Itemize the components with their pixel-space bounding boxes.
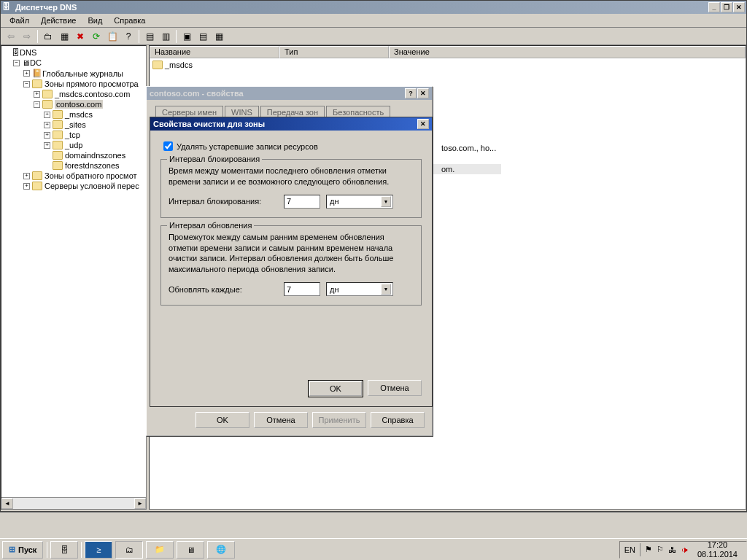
norefresh-value[interactable] [284,195,320,209]
refresh-label: Обновлять каждые: [169,285,278,294]
props-titlebar: contoso.com - свойства ? ✕ [147,87,432,100]
aging-ok-button[interactable]: OK [309,381,362,396]
refresh-desc: Промежуток между самым ранним временем о… [169,232,414,275]
tool2-icon[interactable]: ▥ [158,29,173,44]
refresh-icon[interactable]: ⟳ [89,29,104,44]
close-button[interactable]: ✕ [733,2,745,12]
chevron-down-icon: ▼ [381,196,391,207]
window-title: Диспетчер DNS [15,3,77,12]
start-button[interactable]: ⊞ Пуск [2,541,43,559]
norefresh-fieldset: Интервал блокирования Время между момент… [160,159,422,218]
back-icon[interactable]: ⇦ [4,29,18,44]
menu-file[interactable]: Файл [4,15,35,26]
start-label: Пуск [18,545,36,554]
clock[interactable]: 17:20 08.11.2014 [693,540,742,558]
task-powershell[interactable]: ≥ [85,541,112,559]
taskbar: ⊞ Пуск 🗄 ≥ 🗂 📁 🖥 🌐 EN ⚑ ⚐ 🖧 🕩 17:20 08.1… [0,538,747,560]
statusbar [0,512,747,526]
aging-titlebar: Свойства очистки для зоны ✕ [150,117,432,131]
tree-sites[interactable]: +_sites [3,120,144,130]
menu-help[interactable]: Справка [108,15,151,26]
tree-fwd-zones[interactable]: −Зоны прямого просмотра [3,79,144,89]
col-name[interactable]: Название [150,46,279,58]
horizontal-scrollbar[interactable]: ◄ ► [1,497,146,509]
tool3-icon[interactable]: ▣ [179,29,194,44]
norefresh-unit-text: дн [330,197,339,206]
maximize-button[interactable]: ❐ [721,2,732,12]
tree-forestdns[interactable]: forestdnszones [3,160,144,171]
refresh-value[interactable] [284,282,320,296]
col-value[interactable]: Значение [389,46,746,58]
delete-icon[interactable]: ✖ [73,29,88,44]
system-tray: EN ⚑ ⚐ 🖧 🕩 17:20 08.11.2014 [619,541,747,559]
menubar: Файл Действие Вид Справка [1,14,746,28]
list-icon[interactable]: ▦ [57,29,71,44]
up-icon[interactable]: 🗀 [41,29,55,44]
aging-cancel-button[interactable]: Отмена [368,380,422,396]
tree-rev-zones[interactable]: +Зоны обратного просмот [3,171,144,181]
norefresh-label: Интервал блокирования: [169,197,278,206]
menu-view[interactable]: Вид [82,15,108,26]
refresh-unit-text: дн [330,285,339,294]
tray-balloon-icon[interactable]: ⚐ [657,545,664,554]
props-apply-button[interactable]: Применить [312,412,366,428]
scavenge-label: Удалять устаревшие записи ресурсов [177,142,318,151]
task-servermanager[interactable]: 🗄 [50,541,78,559]
tray-sound-icon[interactable]: 🕩 [681,545,689,554]
chevron-down-icon: ▼ [381,284,391,295]
titlebar: 🗄 Диспетчер DNS _ ❐ ✕ [1,1,746,14]
props-close-button[interactable]: ✕ [417,88,429,98]
props-help-button[interactable]: ? [405,88,417,98]
scavenge-checkbox[interactable] [163,141,173,151]
refresh-fieldset: Интервал обновления Промежуток между сам… [160,225,422,306]
help-icon[interactable]: ? [121,29,136,44]
norefresh-desc: Время между моментами последнего обновле… [169,166,414,187]
tree-dc[interactable]: −🖥 DC [3,58,144,68]
list-item[interactable]: _msdcs [151,60,744,70]
windows-logo-icon: ⊞ [9,545,15,554]
tool1-icon[interactable]: ▤ [142,29,157,44]
refresh-unit-select[interactable]: дн ▼ [326,282,393,296]
aging-title: Свойства очистки для зоны [153,120,265,128]
task-folder[interactable]: 📁 [146,541,174,559]
tree-contoso[interactable]: −contoso.com [3,99,144,109]
aging-close-button[interactable]: ✕ [417,119,429,129]
tree-global-logs[interactable]: +📔 Глобальные журналы [3,68,144,79]
tray-flag-icon[interactable]: ⚑ [645,545,652,554]
tree-msdcs-contoso[interactable]: +_msdcs.contoso.com [3,89,144,99]
props-ok-button[interactable]: OK [196,412,249,428]
toolbar: ⇦ ⇨ 🗀 ▦ ✖ ⟳ 📋 ? ▤ ▥ ▣ ▤ ▦ [1,28,746,45]
tree-domaindns[interactable]: domaindnszones [3,150,144,160]
tool4-icon[interactable]: ▤ [196,29,210,44]
dns-icon: 🗄 [2,2,12,12]
norefresh-unit-select[interactable]: дн ▼ [326,195,393,209]
props-cancel-button[interactable]: Отмена [254,412,308,428]
tree-panel: 🗄 DNS −🖥 DC +📔 Глобальные журналы −Зоны … [1,45,147,510]
props-help-button2[interactable]: Справка [371,412,425,428]
language-indicator[interactable]: EN [624,545,635,554]
clock-time: 17:20 [697,540,738,549]
clock-date: 08.11.2014 [697,550,738,559]
export-icon[interactable]: 📋 [105,29,120,44]
aging-dialog: Свойства очистки для зоны ✕ Удалять уста… [150,117,433,407]
props-title: contoso.com - свойства [150,89,244,98]
norefresh-legend: Интервал блокирования [167,155,262,163]
task-dns[interactable]: 🌐 [207,541,235,559]
tree-tcp[interactable]: +_tcp [3,130,144,140]
tool5-icon[interactable]: ▦ [212,29,226,44]
scroll-right-icon[interactable]: ► [134,498,146,509]
task-network[interactable]: 🖥 [177,541,204,559]
tree-root[interactable]: 🗄 DNS [3,47,144,58]
tree-udp[interactable]: +_udp [3,140,144,150]
col-type[interactable]: Тип [279,46,389,58]
minimize-button[interactable]: _ [708,2,720,12]
refresh-legend: Интервал обновления [167,221,254,230]
task-explorer[interactable]: 🗂 [115,541,143,559]
scroll-left-icon[interactable]: ◄ [1,498,13,509]
tree-cond-fwd[interactable]: +Серверы условной перес [3,181,144,191]
forward-icon[interactable]: ⇨ [20,29,34,44]
tray-network-icon[interactable]: 🖧 [668,545,676,554]
tree-msdcs[interactable]: +_msdcs [3,109,144,120]
menu-action[interactable]: Действие [35,15,82,26]
